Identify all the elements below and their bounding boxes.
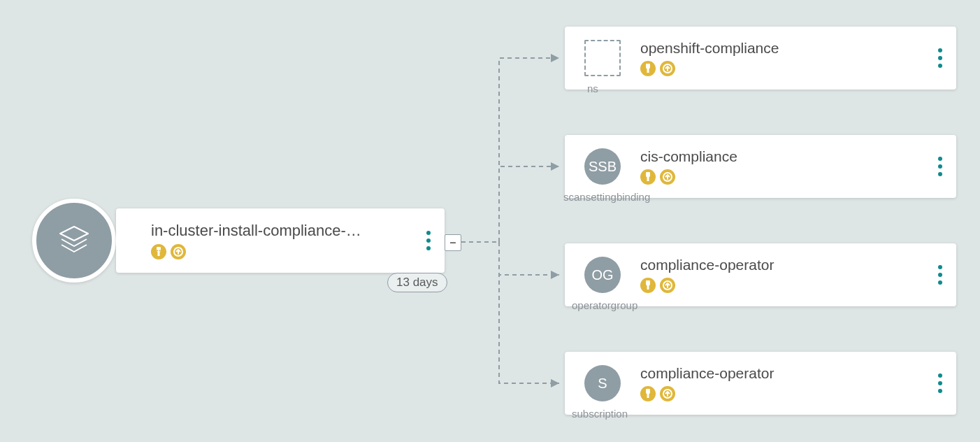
out-of-sync-icon (151, 244, 166, 259)
sync-status-icon (660, 61, 675, 76)
out-of-sync-icon (640, 386, 656, 401)
child-actions-menu[interactable] (924, 48, 956, 68)
resource-kind-short: OG (591, 267, 613, 283)
root-age-badge: 13 days (387, 273, 447, 292)
collapse-toggle[interactable]: – (445, 234, 461, 251)
child-actions-menu[interactable] (924, 265, 956, 285)
resource-tree-canvas: { "root":{ "title":"in-cluster-install-c… (0, 0, 980, 442)
sync-status-icon (171, 244, 186, 259)
child-title: compliance-operator (640, 365, 924, 382)
out-of-sync-icon (640, 169, 656, 185)
child-title: compliance-operator (640, 257, 924, 273)
sync-status-icon (660, 386, 675, 401)
child-status-row (640, 61, 924, 76)
child-card-scansettingbinding[interactable]: SSB cis-compliance (565, 135, 956, 198)
resource-kind-icon: S (584, 365, 621, 401)
resource-kind-icon: SSB (584, 148, 621, 185)
resource-kind-short: SSB (589, 159, 617, 175)
stack-icon (55, 221, 94, 260)
resource-kind-short: S (598, 376, 607, 392)
out-of-sync-icon (640, 61, 656, 76)
root-status-row (151, 244, 412, 259)
child-status-row (640, 386, 924, 401)
resource-kind-label: ns (587, 83, 598, 94)
child-actions-menu[interactable] (924, 157, 956, 176)
child-title: openshift-compliance (640, 40, 924, 57)
namespace-icon (584, 40, 621, 76)
root-resource-icon[interactable] (32, 199, 116, 283)
child-status-row (640, 169, 924, 185)
child-card-subscription[interactable]: S compliance-operator (565, 352, 956, 415)
out-of-sync-icon (640, 278, 656, 293)
sync-status-icon (660, 278, 675, 293)
child-title: cis-compliance (640, 148, 924, 165)
root-resource-title: in-cluster-install-compliance-… (151, 222, 412, 240)
root-resource-card[interactable]: in-cluster-install-compliance-… (116, 208, 445, 273)
child-status-row (640, 278, 924, 293)
child-actions-menu[interactable] (924, 373, 956, 393)
child-card-namespace[interactable]: openshift-compliance (565, 27, 956, 90)
root-actions-menu[interactable] (412, 231, 445, 250)
sync-status-icon (660, 169, 675, 185)
resource-kind-label: operatorgroup (572, 299, 637, 311)
resource-kind-label: subscription (572, 408, 628, 420)
child-card-operatorgroup[interactable]: OG compliance-operator (565, 243, 956, 306)
resource-kind-label: scansettingbinding (563, 191, 650, 203)
resource-kind-icon: OG (584, 257, 621, 293)
